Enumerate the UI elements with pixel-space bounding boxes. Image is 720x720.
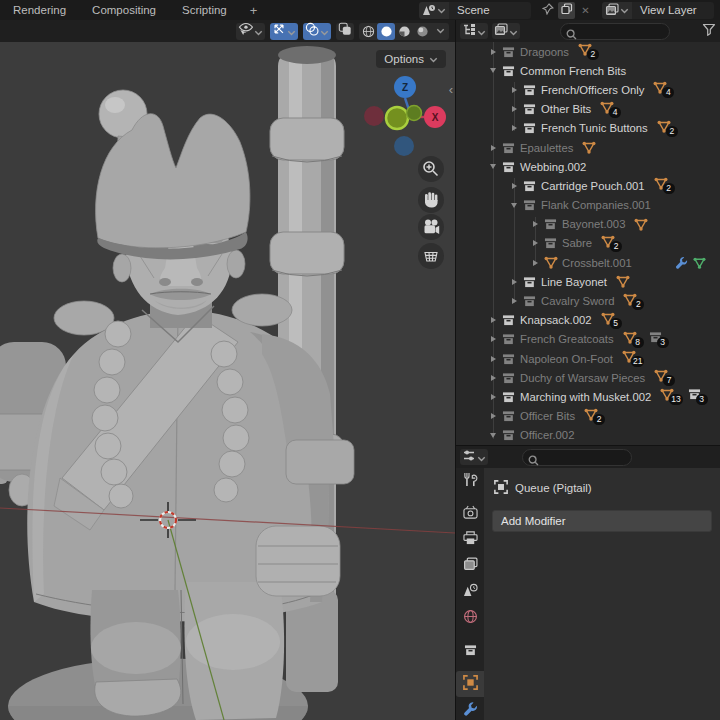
outliner-item-label[interactable]: Marching with Musket.002 xyxy=(520,391,651,403)
outliner-row[interactable]: French Tunic Buttons2 xyxy=(456,119,720,138)
shading-dropdown-icon[interactable] xyxy=(431,23,449,40)
collection-icon[interactable] xyxy=(521,276,538,288)
outliner-item-label[interactable]: Sabre xyxy=(562,237,592,249)
outliner-item-label[interactable]: Officer Bits xyxy=(520,410,575,422)
outliner-row[interactable]: Officer Bits2 xyxy=(456,407,720,426)
outliner-item-label[interactable]: Cartridge Pouch.001 xyxy=(541,180,645,192)
collection-icon[interactable] xyxy=(500,65,517,77)
outliner-item-label[interactable]: Webbing.002 xyxy=(520,161,586,173)
outliner-row[interactable]: Cavalry Sword2 xyxy=(456,291,720,310)
collection-icon[interactable] xyxy=(500,391,517,403)
caret-down-icon[interactable] xyxy=(287,22,296,40)
outliner-item-label[interactable]: Cavalry Sword xyxy=(541,295,614,307)
outliner-row[interactable]: Napoleon On-Foot21 xyxy=(456,349,720,368)
expand-arrow-icon[interactable] xyxy=(486,49,500,55)
outliner-row[interactable]: Duchy of Warsaw Pieces7 xyxy=(456,368,720,387)
outliner-row[interactable]: Cartridge Pouch.0012 xyxy=(456,176,720,195)
expand-arrow-icon[interactable] xyxy=(528,221,542,227)
outliner-row[interactable]: Epaulettes xyxy=(456,138,720,157)
expand-arrow-icon[interactable] xyxy=(486,394,500,400)
material-preview-shading-button[interactable] xyxy=(395,23,413,40)
outliner-item-label[interactable]: Napoleon On-Foot xyxy=(520,353,613,365)
camera-view-button[interactable] xyxy=(418,214,444,240)
collection-icon[interactable] xyxy=(500,410,517,422)
outliner-row[interactable]: Knapsack.0025 xyxy=(456,311,720,330)
outliner-item-label[interactable]: Other Bits xyxy=(541,103,591,115)
rendered-shading-button[interactable] xyxy=(413,23,431,40)
collection-icon[interactable] xyxy=(521,199,538,211)
3d-viewport[interactable]: Z X xyxy=(0,42,455,720)
scene-selector[interactable]: Scene xyxy=(419,2,531,19)
options-dropdown[interactable]: Options xyxy=(376,50,446,68)
collapse-arrow-icon[interactable] xyxy=(486,164,500,169)
outliner-item-label[interactable]: Line Bayonet xyxy=(541,276,607,288)
collection-icon[interactable] xyxy=(521,180,538,192)
show-gizmo-button[interactable] xyxy=(270,23,298,40)
expand-arrow-icon[interactable] xyxy=(507,125,521,131)
collection-icon[interactable] xyxy=(521,103,538,115)
collection-icon[interactable] xyxy=(521,295,538,307)
collection-properties-tab[interactable] xyxy=(456,638,484,664)
wireframe-shading-button[interactable] xyxy=(359,23,377,40)
expand-arrow-icon[interactable] xyxy=(486,336,500,342)
outliner-display-mode-button[interactable] xyxy=(492,23,520,39)
outliner-item-label[interactable]: Knapsack.002 xyxy=(520,314,592,326)
outliner-item-label[interactable]: Duchy of Warsaw Pieces xyxy=(520,372,645,384)
outliner-search-input[interactable] xyxy=(561,25,669,38)
properties-search-input[interactable] xyxy=(523,451,631,464)
view-layer-selector[interactable]: View Layer xyxy=(602,2,714,19)
outliner-row[interactable]: French/Officers Only4 xyxy=(456,80,720,99)
gizmo-minus-x[interactable] xyxy=(364,106,384,126)
expand-arrow-icon[interactable] xyxy=(507,106,521,112)
expand-arrow-icon[interactable] xyxy=(507,183,521,189)
expand-arrow-icon[interactable] xyxy=(528,260,542,266)
collapse-arrow-icon[interactable] xyxy=(486,433,500,438)
outliner-item-label[interactable]: French/Officers Only xyxy=(541,84,644,96)
outliner-filter-icon[interactable] xyxy=(702,22,716,40)
zoom-button[interactable] xyxy=(418,156,444,182)
workspace-tab-compositing[interactable]: Compositing xyxy=(79,0,169,20)
outliner-row[interactable]: Bayonet.003 xyxy=(456,215,720,234)
outliner-item-label[interactable]: Flank Companies.001 xyxy=(541,199,651,211)
navigation-gizmo[interactable]: Z X xyxy=(364,76,446,156)
workspace-tab-scripting[interactable]: Scripting xyxy=(169,0,240,20)
outliner-row[interactable]: Flank Companies.001 xyxy=(456,196,720,215)
sidebar-toggle-icon[interactable]: ‹ xyxy=(449,82,453,97)
outliner-item-label[interactable]: Officer.002 xyxy=(520,429,574,441)
view-layer-properties-tab[interactable] xyxy=(456,553,484,579)
collection-icon[interactable] xyxy=(500,314,517,326)
collection-icon[interactable] xyxy=(542,218,559,230)
solid-shading-button[interactable] xyxy=(377,23,395,40)
collapse-arrow-icon[interactable] xyxy=(486,68,500,73)
outliner-row[interactable]: Dragoons2 xyxy=(456,42,720,61)
collapse-arrow-icon[interactable] xyxy=(507,203,521,208)
toggle-xray-button[interactable] xyxy=(336,23,354,40)
outliner-row[interactable]: Crossbelt.001 xyxy=(456,253,720,272)
outliner-item-label[interactable]: Dragoons xyxy=(520,46,569,58)
output-properties-tab[interactable] xyxy=(456,527,484,553)
outliner-item-label[interactable]: Common French Bits xyxy=(520,65,626,77)
tool-tab[interactable] xyxy=(456,468,484,494)
gizmo-y[interactable] xyxy=(407,106,422,121)
orthographic-grid-button[interactable] xyxy=(418,243,444,269)
expand-arrow-icon[interactable] xyxy=(486,145,500,151)
object-properties-tab[interactable] xyxy=(456,671,484,697)
render-properties-tab[interactable] xyxy=(456,501,484,527)
collection-icon[interactable] xyxy=(500,372,517,384)
outliner-row[interactable]: Common French Bits xyxy=(456,61,720,80)
gizmo-minus-z[interactable] xyxy=(394,136,414,156)
expand-arrow-icon[interactable] xyxy=(486,413,500,419)
outliner-item-label[interactable]: Crossbelt.001 xyxy=(562,257,632,269)
scene-name[interactable]: Scene xyxy=(449,2,531,19)
caret-down-icon[interactable] xyxy=(254,22,263,40)
outliner-row[interactable]: Marching with Musket.002133 xyxy=(456,387,720,406)
outliner-item-label[interactable]: French Greatcoats xyxy=(520,333,614,345)
mesh-object-icon[interactable] xyxy=(542,256,559,269)
outliner-row[interactable]: Other Bits4 xyxy=(456,100,720,119)
expand-arrow-icon[interactable] xyxy=(486,375,500,381)
expand-arrow-icon[interactable] xyxy=(486,317,500,323)
outliner-row[interactable]: Line Bayonet xyxy=(456,272,720,291)
unlink-scene-button[interactable]: ✕ xyxy=(577,2,594,19)
outliner-row[interactable]: French Greatcoats83 xyxy=(456,330,720,349)
panel-divider[interactable] xyxy=(456,445,720,446)
